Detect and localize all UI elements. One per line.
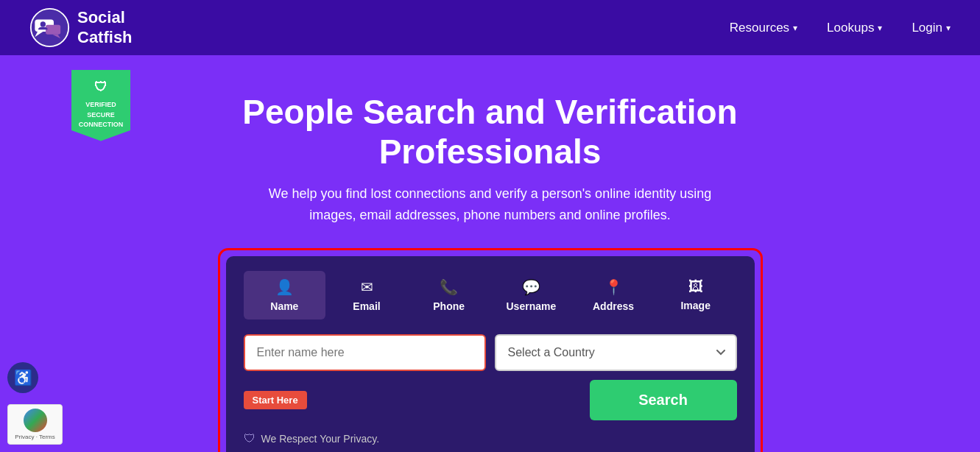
tab-phone[interactable]: 📞 Phone — [408, 271, 490, 319]
address-tab-icon: 📍 — [604, 278, 623, 296]
secure-badge: 🛡 VERIFIED SECURE CONNECTION — [71, 70, 130, 141]
name-tab-icon: 👤 — [275, 278, 294, 296]
lookups-chevron-icon: ▾ — [878, 23, 882, 33]
shield-icon: 🛡 — [75, 77, 127, 97]
tab-image[interactable]: 🖼 Image — [655, 271, 737, 319]
name-input[interactable] — [244, 334, 486, 371]
hero-section: 🛡 VERIFIED SECURE CONNECTION People Sear… — [0, 55, 980, 452]
start-here-badge: Start Here — [244, 391, 307, 409]
accessibility-button[interactable]: ♿ — [7, 362, 38, 393]
search-button[interactable]: Search — [590, 380, 737, 420]
country-select[interactable]: Select a Country United States United Ki… — [495, 334, 737, 371]
recaptcha-widget[interactable]: Privacy · Terms — [7, 404, 63, 445]
email-tab-icon: ✉ — [361, 278, 373, 296]
logo[interactable]: Social Catfish — [29, 7, 133, 48]
recaptcha-logo-icon — [24, 409, 47, 432]
accessibility-icon: ♿ — [14, 369, 32, 386]
tab-name[interactable]: 👤 Name — [244, 271, 326, 319]
tab-username[interactable]: 💬 Username — [490, 271, 573, 319]
tab-address[interactable]: 📍 Address — [572, 271, 655, 319]
login-chevron-icon: ▾ — [946, 23, 951, 33]
search-box-wrapper: 👤 Name ✉ Email 📞 Phone 💬 Username 📍 — [218, 248, 763, 452]
search-tabs: 👤 Name ✉ Email 📞 Phone 💬 Username 📍 — [244, 271, 737, 319]
svg-rect-3 — [46, 25, 60, 35]
nav-lookups[interactable]: Lookups ▾ — [827, 21, 882, 35]
hero-title: People Search and Verification Professio… — [159, 92, 822, 172]
tab-email[interactable]: ✉ Email — [325, 271, 408, 319]
privacy-row: 🛡 We Respect Your Privacy. — [244, 432, 737, 445]
username-tab-icon: 💬 — [522, 278, 540, 296]
phone-tab-icon: 📞 — [440, 278, 458, 296]
privacy-text: We Respect Your Privacy. — [261, 433, 380, 445]
resources-chevron-icon: ▾ — [793, 23, 797, 33]
recaptcha-text: Privacy · Terms — [15, 434, 55, 440]
logo-icon — [29, 7, 70, 48]
svg-point-5 — [40, 21, 46, 27]
search-box: 👤 Name ✉ Email 📞 Phone 💬 Username 📍 — [226, 256, 755, 452]
action-row: Start Here Search — [244, 380, 737, 420]
hero-subtitle: We help you find lost connections and ve… — [262, 183, 719, 226]
nav-login[interactable]: Login ▾ — [912, 21, 951, 35]
navbar-links: Resources ▾ Lookups ▾ Login ▾ — [730, 21, 951, 35]
logo-text: Social Catfish — [77, 8, 133, 47]
inputs-row: Select a Country United States United Ki… — [244, 334, 737, 371]
privacy-shield-icon: 🛡 — [244, 432, 255, 445]
navbar: Social Catfish Resources ▾ Lookups ▾ Log… — [0, 0, 980, 55]
nav-resources[interactable]: Resources ▾ — [730, 21, 797, 35]
image-tab-icon: 🖼 — [688, 278, 703, 295]
